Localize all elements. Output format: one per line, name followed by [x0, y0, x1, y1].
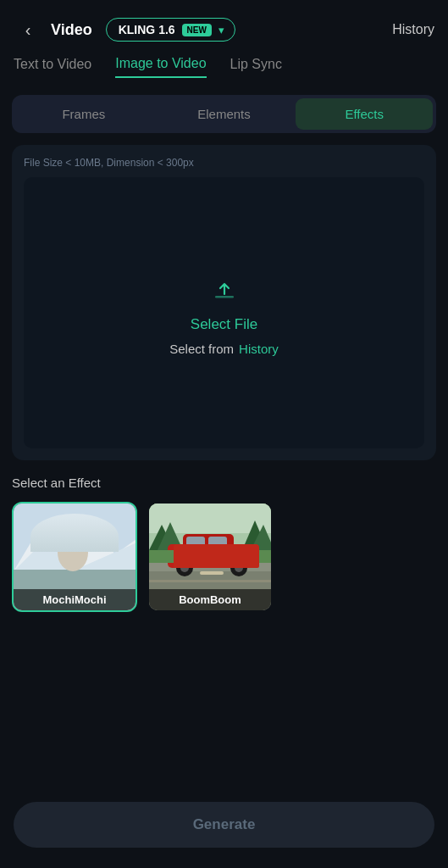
svg-rect-32	[149, 550, 271, 563]
upload-svg	[209, 274, 240, 304]
select-from-row: Select from History	[169, 342, 279, 356]
svg-marker-4	[30, 529, 47, 550]
effect-card-mochi-mochi[interactable]: MochiMochi	[12, 502, 137, 612]
effects-grid: MochiMochi	[12, 502, 436, 612]
svg-point-7	[58, 534, 88, 571]
svg-rect-9	[63, 531, 83, 539]
tab-text-to-video[interactable]: Text to Video	[14, 57, 91, 77]
upload-area[interactable]: Select File Select from History	[24, 177, 424, 448]
svg-rect-33	[149, 580, 271, 582]
svg-rect-0	[215, 296, 234, 298]
effects-section: Select an Effect	[0, 476, 448, 629]
sub-tab-elements[interactable]: Elements	[156, 98, 293, 130]
tab-image-to-video[interactable]: Image to Video	[115, 56, 206, 78]
history-button[interactable]: History	[392, 22, 434, 37]
svg-point-29	[235, 564, 243, 572]
svg-rect-21	[200, 571, 224, 575]
svg-rect-31	[244, 557, 251, 564]
effect-name-mochi: MochiMochi	[14, 589, 136, 610]
file-hint: File Size < 10MB, Dimension < 300px	[24, 157, 424, 169]
select-from-text: Select from	[169, 342, 234, 356]
svg-point-8	[62, 525, 84, 547]
svg-marker-5	[80, 520, 100, 546]
nav-tabs: Text to Video Image to Video Lip Sync	[0, 56, 448, 78]
sub-tabs: Frames Elements Effects	[12, 95, 436, 133]
svg-rect-30	[241, 551, 249, 556]
svg-rect-22	[168, 544, 249, 568]
model-selector[interactable]: KLING 1.6 NEW ▾	[106, 18, 235, 42]
svg-rect-25	[208, 537, 227, 548]
effects-label: Select an Effect	[12, 476, 436, 490]
svg-point-27	[180, 564, 189, 572]
page-title: Video	[51, 21, 92, 39]
svg-rect-11	[74, 531, 81, 537]
svg-rect-10	[64, 531, 72, 537]
svg-point-12	[61, 520, 85, 533]
back-icon: ‹	[25, 20, 31, 40]
effect-name-boom: BoomBoom	[149, 589, 271, 610]
sub-tabs-wrapper: Frames Elements Effects	[0, 95, 448, 133]
sub-tab-frames[interactable]: Frames	[15, 98, 152, 130]
generate-bar: Generate	[0, 790, 448, 868]
sub-tab-effects[interactable]: Effects	[296, 98, 433, 130]
upload-panel: File Size < 10MB, Dimension < 300px Sele…	[12, 145, 436, 460]
header: ‹ Video KLING 1.6 NEW ▾ History	[0, 0, 448, 56]
upload-icon	[206, 270, 243, 308]
upload-history-link[interactable]: History	[239, 342, 279, 356]
svg-rect-24	[186, 537, 205, 548]
tab-lip-sync[interactable]: Lip Sync	[230, 57, 282, 77]
new-badge: NEW	[182, 24, 212, 36]
model-name: KLING 1.6	[119, 23, 175, 36]
back-button[interactable]: ‹	[14, 15, 42, 44]
chevron-down-icon: ▾	[218, 24, 224, 36]
effect-card-boom-boom[interactable]: BoomBoom	[147, 502, 273, 612]
generate-button[interactable]: Generate	[14, 802, 434, 848]
select-file-button[interactable]: Select File	[191, 316, 257, 333]
